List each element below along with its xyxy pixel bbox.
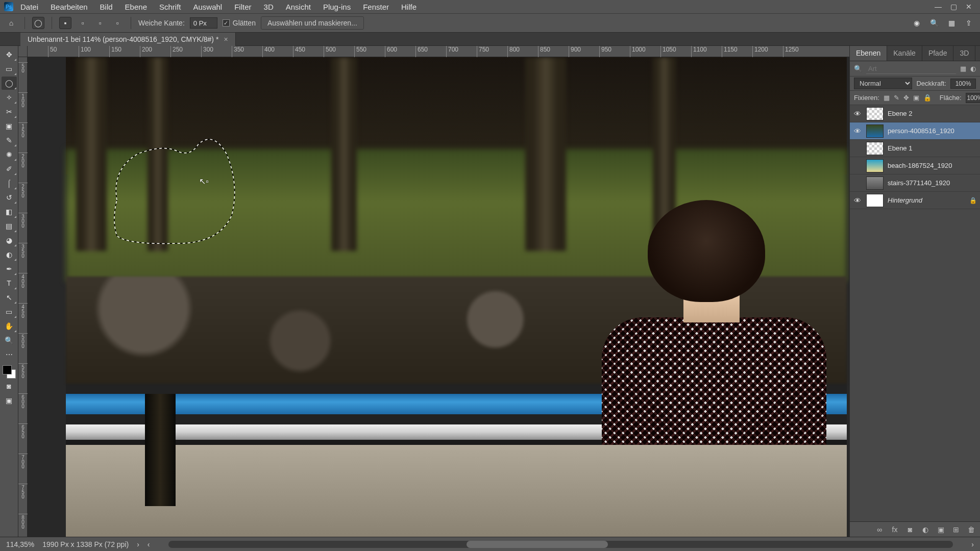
layer-style-icon[interactable]: fx — [890, 525, 899, 534]
menu-bearbeiten[interactable]: Bearbeiten — [45, 1, 93, 13]
selection-add-icon[interactable]: ▫ — [77, 17, 89, 29]
cloud-docs-icon[interactable]: ◉ — [911, 17, 923, 29]
color-swatch[interactable] — [3, 365, 16, 379]
layer-name[interactable]: Hintergrund — [888, 196, 965, 204]
lock-transparent-icon[interactable]: ▦ — [884, 93, 890, 103]
history-brush-tool[interactable]: ↺ — [2, 191, 17, 204]
antialias-checkbox[interactable]: ✓ Glätten — [223, 19, 256, 27]
magic-wand-tool[interactable]: ✧ — [2, 91, 17, 104]
crop-tool[interactable]: ✂ — [2, 105, 17, 118]
menu-plug-ins[interactable]: Plug-ins — [318, 1, 356, 13]
frame-tool[interactable]: ▣ — [2, 119, 17, 133]
document-canvas[interactable]: ↖▫ — [66, 57, 847, 537]
lock-all-icon[interactable]: 🔒 — [923, 93, 932, 103]
menu-hilfe[interactable]: Hilfe — [396, 1, 422, 13]
dodge-tool[interactable]: ◐ — [2, 248, 17, 261]
eyedropper-tool[interactable]: ✎ — [2, 134, 17, 147]
layer-thumbnail[interactable] — [866, 194, 884, 207]
layer-name[interactable]: Ebene 2 — [888, 110, 977, 117]
menu-ansicht[interactable]: Ansicht — [281, 1, 316, 13]
selection-subtract-icon[interactable]: ▫ — [94, 17, 106, 29]
layer-visibility-toggle[interactable]: 👁 — [853, 110, 862, 118]
hand-tool[interactable]: ✋ — [2, 319, 17, 333]
close-tab-icon[interactable]: × — [224, 35, 228, 43]
blur-tool[interactable]: ◕ — [2, 234, 17, 247]
layer-row[interactable]: 👁Hintergrund🔒 — [850, 192, 980, 209]
layer-row[interactable]: stairs-3771140_1920 — [850, 174, 980, 192]
lasso-tool[interactable]: ◯ — [2, 77, 17, 90]
layer-name[interactable]: person-4008516_1920 — [888, 127, 977, 135]
fill-value[interactable]: 100% — [966, 93, 981, 103]
lock-position-icon[interactable]: ✥ — [903, 93, 909, 103]
feather-input[interactable] — [190, 17, 217, 29]
layer-visibility-toggle[interactable]: 👁 — [853, 127, 862, 135]
layer-thumbnail[interactable] — [866, 159, 884, 172]
share-icon[interactable]: ⇪ — [963, 17, 975, 29]
new-group-icon[interactable]: ▣ — [936, 525, 945, 534]
ruler-origin[interactable] — [18, 46, 28, 57]
delete-layer-icon[interactable]: 🗑 — [967, 525, 976, 534]
eraser-tool[interactable]: ◧ — [2, 205, 17, 218]
layer-visibility-toggle[interactable]: 👁 — [853, 196, 862, 205]
filter-adjust-icon[interactable]: ◐ — [970, 64, 976, 73]
healing-brush-tool[interactable]: ✺ — [2, 148, 17, 161]
selection-new-icon[interactable]: ▪ — [59, 17, 71, 29]
layer-name[interactable]: beach-1867524_1920 — [888, 162, 977, 169]
opacity-value[interactable]: 100% — [950, 79, 976, 89]
zoom-level[interactable]: 114,35% — [6, 540, 34, 548]
adjustment-layer-icon[interactable]: ◐ — [921, 525, 930, 534]
clone-stamp-tool[interactable]: ⌠ — [2, 177, 17, 190]
edit-toolbar-button[interactable]: ⋯ — [2, 348, 17, 361]
chevron-right-icon[interactable]: › — [137, 540, 139, 548]
path-selection-tool[interactable]: ↖ — [2, 291, 17, 304]
workspace-icon[interactable]: ▦ — [945, 17, 958, 29]
layer-thumbnail[interactable] — [866, 107, 884, 120]
lasso-tool-preset-icon[interactable]: ◯ — [32, 17, 44, 29]
vertical-ruler[interactable]: 5010015020025030035040045050055060065070… — [18, 57, 28, 537]
layer-row[interactable]: 👁Ebene 2 — [850, 105, 980, 122]
lock-artboard-icon[interactable]: ▣ — [913, 93, 919, 103]
selection-intersect-icon[interactable]: ▫ — [111, 17, 124, 29]
layer-filter-input[interactable] — [866, 64, 956, 74]
pen-tool[interactable]: ✒ — [2, 262, 17, 276]
document-tab[interactable]: Unbenannt-1 bei 114% (person-4008516_192… — [20, 33, 236, 46]
blend-mode-select[interactable]: Normal — [854, 78, 912, 89]
brush-tool[interactable]: ✐ — [2, 162, 17, 176]
layer-thumbnail[interactable] — [866, 177, 884, 190]
lock-pixels-icon[interactable]: ✎ — [894, 93, 899, 103]
search-icon[interactable]: 🔍 — [928, 17, 940, 29]
menu-ebene[interactable]: Ebene — [120, 1, 152, 13]
menu-auswahl[interactable]: Auswahl — [188, 1, 228, 13]
select-and-mask-button[interactable]: Auswählen und maskieren... — [261, 16, 364, 30]
document-info[interactable]: 1990 Px x 1338 Px (72 ppi) — [42, 540, 129, 548]
layer-row[interactable]: beach-1867524_1920 — [850, 157, 980, 174]
menu-filter[interactable]: Filter — [229, 1, 256, 13]
panel-tab-3d[interactable]: 3D — [953, 46, 975, 61]
quick-mask-toggle[interactable]: ◙ — [2, 380, 17, 393]
menu-3d[interactable]: 3D — [259, 1, 279, 13]
layer-name[interactable]: Ebene 1 — [888, 144, 977, 152]
type-tool[interactable]: T — [2, 277, 17, 290]
layer-thumbnail[interactable] — [866, 124, 884, 138]
marquee-tool[interactable]: ▭ — [2, 62, 17, 76]
menu-datei[interactable]: Datei — [15, 1, 43, 13]
horizontal-scrollbar[interactable] — [168, 541, 953, 548]
layer-row[interactable]: 👁person-4008516_1920 — [850, 122, 980, 140]
menu-fenster[interactable]: Fenster — [358, 1, 394, 13]
menu-bild[interactable]: Bild — [95, 1, 118, 13]
panel-tab-ebenen[interactable]: Ebenen — [850, 46, 887, 61]
layer-row[interactable]: Ebene 1 — [850, 140, 980, 157]
panel-tab-pfade[interactable]: Pfade — [922, 46, 954, 61]
shape-tool[interactable]: ▭ — [2, 305, 17, 318]
home-icon[interactable]: ⌂ — [5, 17, 17, 29]
layer-name[interactable]: stairs-3771140_1920 — [888, 179, 977, 187]
horizontal-ruler[interactable]: 5010015020025030035040045050055060065070… — [28, 46, 849, 57]
add-mask-icon[interactable]: ◙ — [905, 525, 915, 534]
foreground-color[interactable] — [3, 365, 12, 374]
link-layers-icon[interactable]: ∞ — [875, 525, 884, 534]
move-tool[interactable]: ✥ — [2, 48, 17, 61]
zoom-tool[interactable]: 🔍 — [2, 334, 17, 347]
menu-schrift[interactable]: Schrift — [154, 1, 186, 13]
window-close-button[interactable]: ✕ — [962, 2, 976, 12]
gradient-tool[interactable]: ▤ — [2, 219, 17, 233]
